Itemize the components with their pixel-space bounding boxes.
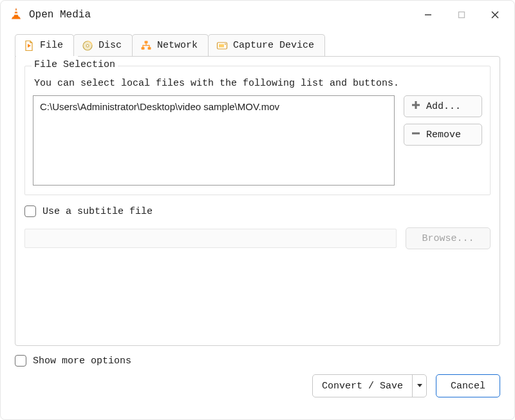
add-button[interactable]: Add...	[404, 95, 482, 117]
remove-button-label: Remove	[426, 129, 461, 140]
svg-rect-11	[148, 47, 151, 50]
file-buttons-column: Add... Remove	[404, 95, 482, 186]
tab-capture[interactable]: Capture Device	[208, 34, 325, 56]
network-icon	[140, 40, 152, 52]
close-button[interactable]	[478, 3, 512, 26]
capture-device-icon	[216, 40, 228, 52]
tab-capture-label: Capture Device	[233, 40, 314, 51]
file-selection-group: File Selection You can select local file…	[24, 66, 491, 195]
window-controls	[411, 3, 512, 26]
convert-save-label: Convert / Save	[322, 381, 403, 392]
convert-save-button[interactable]: Convert / Save	[313, 375, 412, 397]
open-media-window: Open Media File Disc	[0, 0, 515, 420]
subtitle-path-input	[24, 229, 397, 248]
svg-rect-13	[219, 44, 224, 47]
browse-button: Browse...	[406, 227, 491, 249]
file-icon	[23, 40, 35, 52]
svg-point-8	[86, 44, 89, 47]
remove-button[interactable]: Remove	[404, 124, 482, 146]
svg-point-14	[225, 43, 226, 44]
footer-buttons: Convert / Save Cancel	[15, 374, 500, 397]
convert-save-dropdown[interactable]	[412, 375, 426, 397]
subtitle-browse-row: Browse...	[24, 227, 491, 249]
file-list[interactable]: C:\Users\Administrator\Desktop\video sam…	[33, 95, 395, 186]
file-row: C:\Users\Administrator\Desktop\video sam…	[33, 95, 482, 186]
tab-file-label: File	[40, 40, 63, 51]
svg-marker-18	[417, 384, 422, 387]
minus-icon	[411, 128, 421, 142]
svg-rect-0	[15, 10, 18, 12]
use-subtitle-checkbox[interactable]	[24, 205, 36, 217]
browse-button-label: Browse...	[422, 233, 474, 244]
file-list-item[interactable]: C:\Users\Administrator\Desktop\video sam…	[40, 101, 388, 112]
show-more-row: Show more options	[15, 355, 500, 367]
svg-rect-10	[142, 47, 145, 50]
convert-save-split-button: Convert / Save	[312, 374, 427, 397]
plus-icon	[411, 100, 421, 113]
tab-network-label: Network	[157, 40, 198, 51]
subtitle-row: Use a subtitle file	[24, 205, 491, 217]
file-selection-description: You can select local files with the foll…	[34, 78, 482, 89]
cancel-button[interactable]: Cancel	[436, 374, 500, 397]
titlebar: Open Media	[1, 1, 514, 29]
tab-strip: File Disc Network Capture Device	[1, 29, 514, 56]
tab-disc[interactable]: Disc	[73, 34, 133, 56]
maximize-button[interactable]	[445, 3, 478, 26]
file-selection-legend: File Selection	[32, 59, 118, 70]
add-button-label: Add...	[426, 101, 461, 112]
show-more-label: Show more options	[33, 356, 131, 367]
chevron-down-icon	[417, 381, 423, 392]
use-subtitle-label: Use a subtitle file	[42, 206, 153, 217]
disc-icon	[82, 40, 93, 52]
svg-rect-9	[145, 41, 148, 43]
minimize-button[interactable]	[411, 3, 445, 26]
tab-network[interactable]: Network	[132, 34, 209, 56]
vlc-cone-icon	[10, 7, 23, 23]
tab-panel-file: File Selection You can select local file…	[15, 56, 500, 346]
window-title: Open Media	[29, 9, 91, 21]
cancel-button-label: Cancel	[451, 381, 485, 392]
show-more-checkbox[interactable]	[15, 355, 26, 367]
tab-disc-label: Disc	[98, 40, 122, 51]
tab-file[interactable]: File	[15, 34, 74, 56]
svg-rect-3	[459, 12, 465, 18]
svg-rect-1	[14, 13, 18, 14]
